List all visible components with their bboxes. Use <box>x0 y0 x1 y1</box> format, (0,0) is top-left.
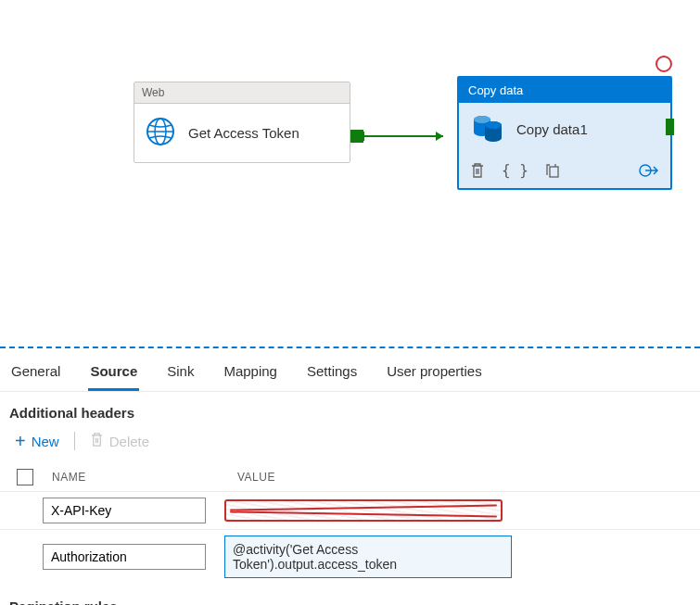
web-node-label: Get Access Token <box>188 125 299 141</box>
header-value-cell[interactable] <box>224 499 512 522</box>
header-value-input[interactable]: @activity('Get Access Token').output.acc… <box>224 536 512 578</box>
success-output-handle[interactable] <box>350 130 363 143</box>
web-node-header: Web <box>134 82 350 104</box>
headers-table-header: NAME VALUE <box>0 463 700 491</box>
delete-header-button: Delete <box>84 428 155 454</box>
validation-indicator-icon <box>655 56 672 72</box>
output-arrow-icon[interactable] <box>639 162 659 179</box>
pagination-rules-title: Pagination rules <box>0 584 700 605</box>
headers-toolbar: + New Delete <box>0 426 700 463</box>
copy-node-header: Copy data <box>459 78 670 103</box>
new-header-button[interactable]: + New <box>9 428 65 454</box>
tab-settings[interactable]: Settings <box>305 356 359 391</box>
svg-point-4 <box>474 116 490 123</box>
additional-headers-title: Additional headers <box>0 392 700 426</box>
header-name-input[interactable] <box>43 544 206 570</box>
property-tabs: General Source Sink Mapping Settings Use… <box>0 348 700 392</box>
select-all-checkbox[interactable] <box>17 469 33 485</box>
tab-sink[interactable]: Sink <box>165 356 196 391</box>
table-row[interactable] <box>0 491 700 529</box>
delete-icon[interactable] <box>470 162 485 179</box>
trash-icon <box>90 432 104 450</box>
connector-arrow <box>363 127 454 145</box>
column-value-header: VALUE <box>237 471 691 484</box>
redacted-value <box>224 499 503 522</box>
table-row[interactable]: @activity('Get Access Token').output.acc… <box>0 529 700 584</box>
plus-icon: + <box>15 432 26 450</box>
svg-rect-7 <box>550 167 558 177</box>
tab-user-properties[interactable]: User properties <box>385 356 484 391</box>
clone-icon[interactable] <box>545 162 560 179</box>
tab-source[interactable]: Source <box>88 356 139 391</box>
toolbar-separator <box>74 432 75 450</box>
pipeline-canvas[interactable]: Web Get Access Token Copy data <box>0 0 700 348</box>
web-activity-node[interactable]: Web Get Access Token <box>134 82 350 163</box>
code-braces-icon[interactable]: { } <box>502 161 528 179</box>
input-handle[interactable] <box>666 119 674 135</box>
copy-data-activity-node[interactable]: Copy data Copy data1 { } <box>457 76 672 190</box>
tab-mapping[interactable]: Mapping <box>222 356 279 391</box>
globe-icon <box>146 117 175 149</box>
tab-general[interactable]: General <box>9 356 62 391</box>
database-copy-icon <box>472 114 503 145</box>
column-name-header: NAME <box>52 471 219 484</box>
copy-node-label: Copy data1 <box>516 121 588 137</box>
svg-point-6 <box>485 121 502 129</box>
header-name-input[interactable] <box>43 498 206 523</box>
